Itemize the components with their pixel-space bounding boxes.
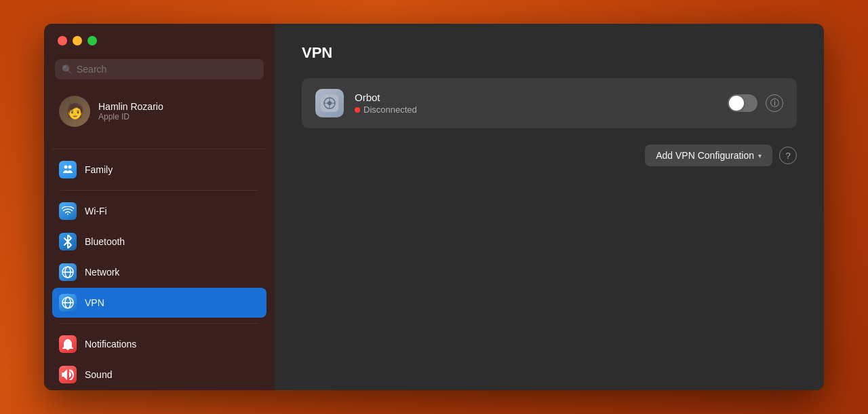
search-container: 🔍 xyxy=(44,56,275,88)
user-section: 🧑 Hamlin Rozario Apple ID xyxy=(44,88,275,143)
user-info: Hamlin Rozario Apple ID xyxy=(98,101,163,121)
help-button[interactable]: ? xyxy=(779,147,797,164)
sidebar: 🔍 🧑 Hamlin Rozario Apple ID xyxy=(44,24,275,390)
user-profile-item[interactable]: 🧑 Hamlin Rozario Apple ID xyxy=(52,90,267,132)
sidebar-item-bluetooth-label: Bluetooth xyxy=(85,236,125,247)
toggle-knob xyxy=(729,96,744,111)
sidebar-item-notifications-label: Notifications xyxy=(85,339,136,350)
svg-point-0 xyxy=(64,166,68,169)
sidebar-item-sound-label: Sound xyxy=(85,369,112,380)
sidebar-divider-1 xyxy=(52,149,267,149)
sidebar-item-bluetooth[interactable]: Bluetooth xyxy=(52,227,267,257)
status-dot xyxy=(355,107,360,113)
minimize-button[interactable] xyxy=(73,36,82,45)
sound-icon xyxy=(59,366,77,383)
sidebar-item-vpn-label: VPN xyxy=(85,297,104,308)
sidebar-item-sound[interactable]: Sound xyxy=(52,360,267,390)
search-input[interactable] xyxy=(55,59,264,79)
add-vpn-label: Add VPN Configuration xyxy=(656,150,754,161)
sidebar-divider-3 xyxy=(60,323,258,324)
chevron-down-icon: ▾ xyxy=(758,152,762,159)
notifications-icon xyxy=(59,335,77,353)
main-content: VPN Orbot Disconnected xyxy=(275,24,824,390)
wifi-icon xyxy=(59,202,77,220)
network-icon xyxy=(59,263,77,281)
vpn-icon xyxy=(59,294,77,312)
sidebar-item-network-label: Network xyxy=(85,267,119,278)
user-subtitle: Apple ID xyxy=(98,112,163,121)
sidebar-item-vpn[interactable]: VPN xyxy=(52,288,267,318)
vpn-app-icon xyxy=(315,89,344,117)
sidebar-item-wifi[interactable]: Wi-Fi xyxy=(52,196,267,226)
status-text: Disconnected xyxy=(363,105,417,115)
family-icon xyxy=(59,161,77,178)
vpn-info: Orbot Disconnected xyxy=(355,92,717,115)
bluetooth-icon xyxy=(59,233,77,250)
traffic-lights xyxy=(44,24,275,56)
sidebar-item-wifi-label: Wi-Fi xyxy=(85,206,107,217)
sidebar-item-family[interactable]: Family xyxy=(52,155,267,185)
vpn-info-button[interactable]: ⓘ xyxy=(766,94,783,112)
system-settings-window: 🔍 🧑 Hamlin Rozario Apple ID xyxy=(44,24,824,390)
sidebar-divider-2 xyxy=(60,190,258,191)
user-name: Hamlin Rozario xyxy=(98,101,163,112)
add-vpn-button[interactable]: Add VPN Configuration ▾ xyxy=(645,145,772,166)
fullscreen-button[interactable] xyxy=(87,36,97,45)
vpn-entry: Orbot Disconnected ⓘ xyxy=(302,78,797,128)
sidebar-item-network[interactable]: Network xyxy=(52,257,267,287)
avatar: 🧑 xyxy=(59,96,90,127)
page-title: VPN xyxy=(302,44,797,62)
vpn-name: Orbot xyxy=(355,92,717,103)
close-button[interactable] xyxy=(58,36,67,45)
vpn-toggle[interactable] xyxy=(728,94,757,112)
sidebar-item-notifications[interactable]: Notifications xyxy=(52,329,267,359)
vpn-status: Disconnected xyxy=(355,105,717,115)
svg-point-1 xyxy=(68,166,72,169)
bottom-controls: Add VPN Configuration ▾ ? xyxy=(302,145,797,166)
sidebar-item-family-label: Family xyxy=(85,164,113,175)
vpn-controls: ⓘ xyxy=(728,94,783,112)
sidebar-nav: Family Wi-Fi xyxy=(44,155,275,390)
